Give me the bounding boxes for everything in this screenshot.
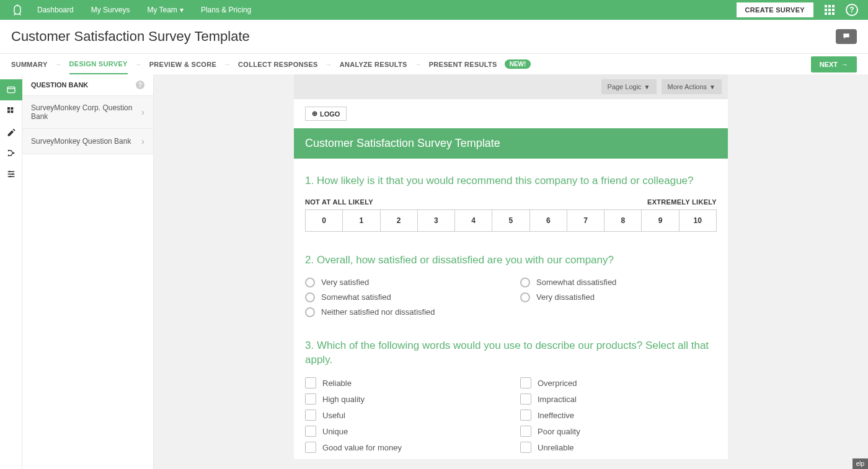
- top-nav: Dashboard My Surveys My Team▾ Plans & Pr…: [0, 0, 868, 20]
- nav-dashboard[interactable]: Dashboard: [37, 6, 74, 14]
- question-title: 2. Overall, how satisfied or dissatisfie…: [305, 253, 717, 268]
- arrow-icon: →: [326, 61, 332, 68]
- rail-builder[interactable]: [0, 100, 22, 121]
- rail-logic[interactable]: [0, 142, 22, 164]
- help-tab[interactable]: elp: [852, 458, 868, 469]
- checkbox-option[interactable]: Unique: [305, 426, 502, 437]
- checkbox-icon: [305, 393, 316, 405]
- checkbox-option[interactable]: Poor quality: [520, 426, 717, 437]
- add-logo-button[interactable]: ⊕LOGO: [305, 107, 347, 121]
- sidebar-item-corp-bank[interactable]: SurveyMonkey Corp. Question Bank ›: [22, 96, 153, 129]
- page-logic-button[interactable]: Page Logic▼: [601, 79, 657, 94]
- radio-option[interactable]: Neither satisfied nor dissatisfied: [305, 307, 502, 317]
- survey-card: ⊕LOGO Customer Satisfaction Survey Templ…: [294, 99, 728, 459]
- svg-rect-4: [11, 110, 13, 113]
- svg-rect-2: [11, 107, 13, 110]
- step-preview-score[interactable]: PREVIEW & SCORE: [149, 55, 216, 74]
- svg-point-10: [9, 176, 11, 178]
- nps-3[interactable]: 3: [418, 210, 455, 231]
- sidebar: QUESTION BANK ? SurveyMonkey Corp. Quest…: [22, 74, 154, 469]
- checkbox-option[interactable]: Reliable: [305, 377, 502, 388]
- options-grid: Very satisfied Somewhat satisfied Neithe…: [305, 278, 717, 317]
- rail-options[interactable]: [0, 164, 22, 185]
- checkbox-icon: [520, 377, 531, 388]
- page-toolbar: Page Logic▼ More Actions▼: [294, 74, 728, 99]
- checkbox-option[interactable]: Overpriced: [520, 377, 717, 388]
- step-summary[interactable]: SUMMARY: [11, 55, 48, 74]
- radio-icon: [305, 292, 315, 302]
- checkbox-icon: [520, 410, 531, 421]
- rail-themes[interactable]: [0, 121, 22, 142]
- radio-option[interactable]: Very satisfied: [305, 278, 502, 287]
- svg-point-9: [12, 173, 14, 175]
- checkbox-option[interactable]: Good value for money: [305, 442, 502, 453]
- info-icon[interactable]: ?: [136, 81, 144, 89]
- radio-option[interactable]: Somewhat dissatisfied: [520, 278, 717, 287]
- apps-icon[interactable]: [823, 4, 836, 16]
- step-collect-responses[interactable]: COLLECT RESPONSES: [238, 55, 318, 74]
- checkbox-icon: [305, 377, 316, 388]
- checkbox-option[interactable]: High quality: [305, 393, 502, 405]
- nps-4[interactable]: 4: [455, 210, 492, 231]
- step-present-results[interactable]: PRESENT RESULTS: [429, 55, 497, 74]
- comments-button[interactable]: [836, 29, 857, 44]
- checkbox-option[interactable]: Unreliable: [520, 442, 717, 453]
- nav-right: CREATE SURVEY ?: [737, 2, 858, 17]
- logo-icon[interactable]: [10, 4, 25, 15]
- step-design-survey[interactable]: DESIGN SURVEY: [69, 55, 128, 74]
- nps-10[interactable]: 10: [680, 210, 716, 231]
- canvas: Page Logic▼ More Actions▼ ⊕LOGO Customer…: [154, 74, 868, 469]
- checkbox-icon: [305, 410, 316, 421]
- checkbox-option[interactable]: Ineffective: [520, 410, 717, 421]
- steps-bar: SUMMARY → DESIGN SURVEY → PREVIEW & SCOR…: [0, 53, 868, 74]
- question-2[interactable]: 2. Overall, how satisfied or dissatisfie…: [294, 238, 728, 323]
- question-3[interactable]: 3. Which of the following words would yo…: [294, 323, 728, 460]
- page-title: Customer Satisfaction Survey Template: [11, 28, 250, 45]
- help-icon[interactable]: ?: [846, 4, 858, 16]
- question-1[interactable]: 1. How likely is it that you would recom…: [294, 159, 728, 238]
- svg-point-8: [9, 171, 11, 173]
- radio-option[interactable]: Somewhat satisfied: [305, 292, 502, 302]
- caret-down-icon: ▼: [709, 84, 715, 90]
- nps-8[interactable]: 8: [604, 210, 642, 231]
- radio-icon: [520, 278, 530, 287]
- question-title: 1. How likely is it that you would recom…: [305, 173, 717, 188]
- nps-7[interactable]: 7: [567, 210, 604, 231]
- survey-title[interactable]: Customer Satisfaction Survey Template: [294, 128, 728, 159]
- arrow-icon: →: [224, 61, 231, 68]
- svg-rect-1: [7, 107, 10, 110]
- checkbox-option[interactable]: Useful: [305, 410, 502, 421]
- svg-point-5: [8, 150, 10, 152]
- nps-labels: NOT AT ALL LIKELY EXTREMELY LIKELY: [305, 198, 717, 206]
- step-analyze-results[interactable]: ANALYZE RESULTS: [340, 55, 407, 74]
- nps-5[interactable]: 5: [492, 210, 529, 231]
- next-button[interactable]: NEXT→: [811, 56, 857, 72]
- svg-point-6: [8, 155, 10, 157]
- nav-my-team[interactable]: My Team▾: [147, 6, 183, 14]
- left-rail: [0, 74, 22, 469]
- rail-question-bank[interactable]: [0, 79, 22, 100]
- sidebar-header: QUESTION BANK ?: [22, 74, 153, 96]
- nav-links: Dashboard My Surveys My Team▾ Plans & Pr…: [37, 6, 737, 14]
- arrow-right-icon: →: [841, 61, 848, 68]
- radio-icon: [520, 292, 530, 302]
- checkbox-icon: [305, 442, 316, 453]
- question-title: 3. Which of the following words would yo…: [305, 338, 717, 368]
- checkbox-icon: [520, 393, 531, 405]
- nps-1[interactable]: 1: [343, 210, 380, 231]
- checkbox-option[interactable]: Impractical: [520, 393, 717, 405]
- radio-icon: [305, 278, 315, 287]
- more-actions-button[interactable]: More Actions▼: [662, 79, 722, 94]
- plus-icon: ⊕: [312, 110, 317, 118]
- nps-2[interactable]: 2: [381, 210, 418, 231]
- nav-my-surveys[interactable]: My Surveys: [91, 6, 130, 14]
- checkbox-icon: [520, 442, 531, 453]
- nps-9[interactable]: 9: [642, 210, 679, 231]
- nps-0[interactable]: 0: [306, 210, 343, 231]
- radio-option[interactable]: Very dissatisfied: [520, 292, 717, 302]
- sidebar-item-sm-bank[interactable]: SurveyMonkey Question Bank ›: [22, 129, 153, 154]
- logo-row: ⊕LOGO: [294, 99, 728, 128]
- nav-plans-pricing[interactable]: Plans & Pricing: [201, 6, 251, 14]
- create-survey-button[interactable]: CREATE SURVEY: [737, 2, 813, 17]
- nps-6[interactable]: 6: [530, 210, 567, 231]
